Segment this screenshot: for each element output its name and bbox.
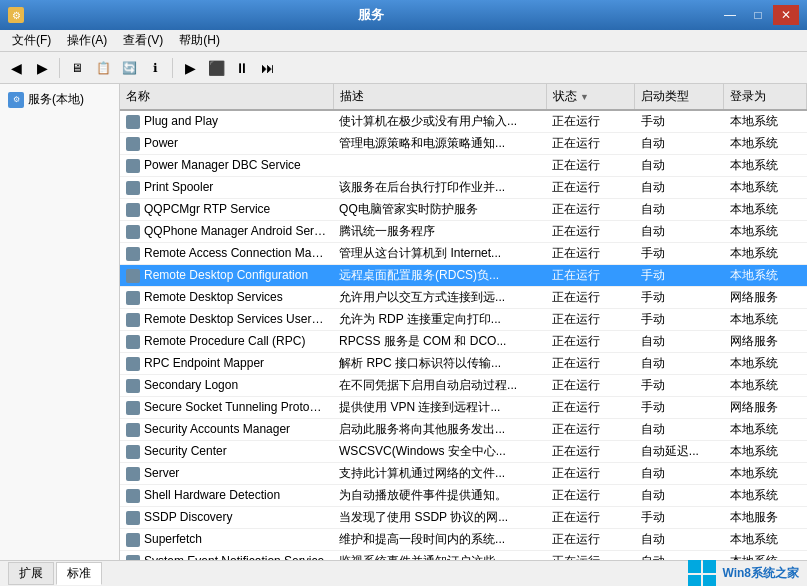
service-status-cell: 正在运行 <box>546 463 635 485</box>
service-status-cell: 正在运行 <box>546 353 635 375</box>
table-row[interactable]: Superfetch维护和提高一段时间内的系统...正在运行自动本地系统 <box>120 529 807 551</box>
table-row[interactable]: Security CenterWSCSVC(Windows 安全中心...正在运… <box>120 441 807 463</box>
maximize-button[interactable]: □ <box>745 5 771 25</box>
forward-button[interactable]: ▶ <box>30 56 54 80</box>
sidebar-item-services[interactable]: ⚙ 服务(本地) <box>4 88 115 111</box>
col-startup[interactable]: 启动类型 <box>635 84 724 110</box>
table-row[interactable]: Power管理电源策略和电源策略通知...正在运行自动本地系统 <box>120 133 807 155</box>
properties-button[interactable]: ℹ <box>143 56 167 80</box>
table-row[interactable]: Secondary Logon在不同凭据下启用自动启动过程...正在运行手动本地… <box>120 375 807 397</box>
service-status-cell: 正在运行 <box>546 287 635 309</box>
service-startup-cell: 手动 <box>635 397 724 419</box>
app-icon: ⚙ <box>8 7 24 23</box>
main-area: ⚙ 服务(本地) 名称 描述 状态 ▼ 启动类型 登录为 Plug and Pl… <box>0 84 807 560</box>
stop-button[interactable]: ⬛ <box>204 56 228 80</box>
service-startup-cell: 自动 <box>635 199 724 221</box>
table-row[interactable]: Security Accounts Manager启动此服务将向其他服务发出..… <box>120 419 807 441</box>
table-row[interactable]: Remote Procedure Call (RPC)RPCSS 服务是 COM… <box>120 331 807 353</box>
menu-file[interactable]: 文件(F) <box>4 30 59 51</box>
back-button[interactable]: ◀ <box>4 56 28 80</box>
table-row[interactable]: Secure Socket Tunneling Protocol S...提供使… <box>120 397 807 419</box>
service-name-cell: Power Manager DBC Service <box>120 155 333 177</box>
service-startup-cell: 自动 <box>635 463 724 485</box>
service-name-cell: QQPhone Manager Android Service <box>120 221 333 243</box>
table-row[interactable]: Remote Desktop Services UserMo...允许为 RDP… <box>120 309 807 331</box>
service-name-cell: Security Center <box>120 441 333 463</box>
table-row[interactable]: Power Manager DBC Service正在运行自动本地系统 <box>120 155 807 177</box>
computer-button[interactable]: 🖥 <box>65 56 89 80</box>
pause-button[interactable]: ⏸ <box>230 56 254 80</box>
table-row[interactable]: QQPCMgr RTP ServiceQQ电脑管家实时防护服务正在运行自动本地系… <box>120 199 807 221</box>
table-row[interactable]: Server支持此计算机通过网络的文件...正在运行自动本地系统 <box>120 463 807 485</box>
service-desc-cell: WSCSVC(Windows 安全中心... <box>333 441 546 463</box>
tab-expand[interactable]: 扩展 <box>8 562 54 585</box>
service-login-cell: 本地系统 <box>724 177 807 199</box>
menu-bar: 文件(F) 操作(A) 查看(V) 帮助(H) <box>0 30 807 52</box>
service-status-cell: 正在运行 <box>546 551 635 561</box>
service-login-cell: 本地系统 <box>724 419 807 441</box>
service-icon <box>126 467 140 481</box>
tab-standard[interactable]: 标准 <box>56 562 102 585</box>
refresh-button[interactable]: 🔄 <box>117 56 141 80</box>
service-name-cell: Remote Access Connection Manager <box>120 243 333 265</box>
service-name-cell: Remote Desktop Services UserMo... <box>120 309 333 331</box>
table-row[interactable]: RPC Endpoint Mapper解析 RPC 接口标识符以传输...正在运… <box>120 353 807 375</box>
menu-view[interactable]: 查看(V) <box>115 30 171 51</box>
menu-action[interactable]: 操作(A) <box>59 30 115 51</box>
close-button[interactable]: ✕ <box>773 5 799 25</box>
col-login[interactable]: 登录为 <box>724 84 807 110</box>
service-status-cell: 正在运行 <box>546 375 635 397</box>
service-name-cell: Secure Socket Tunneling Protocol S... <box>120 397 333 419</box>
services-table-area[interactable]: 名称 描述 状态 ▼ 启动类型 登录为 Plug and Play使计算机在极少… <box>120 84 807 560</box>
service-login-cell: 本地系统 <box>724 375 807 397</box>
table-row[interactable]: Remote Access Connection Manager管理从这台计算机… <box>120 243 807 265</box>
service-name-cell: RPC Endpoint Mapper <box>120 353 333 375</box>
col-desc[interactable]: 描述 <box>333 84 546 110</box>
service-name-cell: Secondary Logon <box>120 375 333 397</box>
service-name-cell: Power <box>120 133 333 155</box>
service-status-cell: 正在运行 <box>546 397 635 419</box>
service-login-cell: 网络服务 <box>724 397 807 419</box>
win8-tile-2 <box>703 560 716 573</box>
service-login-cell: 本地系统 <box>724 309 807 331</box>
table-row[interactable]: Shell Hardware Detection为自动播放硬件事件提供通知。正在… <box>120 485 807 507</box>
service-name-cell: Security Accounts Manager <box>120 419 333 441</box>
service-login-cell: 本地系统 <box>724 463 807 485</box>
win8-tile-3 <box>688 575 701 587</box>
service-name-cell: Superfetch <box>120 529 333 551</box>
table-row[interactable]: Remote Desktop Services允许用户以交互方式连接到远...正… <box>120 287 807 309</box>
table-row[interactable]: QQPhone Manager Android Service腾讯统一服务程序正… <box>120 221 807 243</box>
minimize-button[interactable]: — <box>717 5 743 25</box>
service-icon <box>126 445 140 459</box>
service-startup-cell: 手动 <box>635 375 724 397</box>
col-status[interactable]: 状态 ▼ <box>546 84 635 110</box>
service-name-cell: QQPCMgr RTP Service <box>120 199 333 221</box>
table-row[interactable]: Remote Desktop Configuration远程桌面配置服务(RDC… <box>120 265 807 287</box>
service-icon <box>126 533 140 547</box>
status-tabs: 扩展 标准 <box>8 562 102 585</box>
col-name[interactable]: 名称 <box>120 84 333 110</box>
service-status-cell: 正在运行 <box>546 199 635 221</box>
service-login-cell: 本地系统 <box>724 441 807 463</box>
restart-button[interactable]: ⏭ <box>256 56 280 80</box>
service-login-cell: 网络服务 <box>724 287 807 309</box>
service-name-cell: Remote Desktop Configuration <box>120 265 333 287</box>
table-row[interactable]: Print Spooler该服务在后台执行打印作业并...正在运行自动本地系统 <box>120 177 807 199</box>
service-startup-cell: 自动 <box>635 221 724 243</box>
table-row[interactable]: SSDP Discovery当发现了使用 SSDP 协议的网...正在运行手动本… <box>120 507 807 529</box>
service-desc-cell: 腾讯统一服务程序 <box>333 221 546 243</box>
clipboard-button[interactable]: 📋 <box>91 56 115 80</box>
table-row[interactable]: Plug and Play使计算机在极少或没有用户输入...正在运行手动本地系统 <box>120 110 807 133</box>
service-name-cell: Remote Procedure Call (RPC) <box>120 331 333 353</box>
sidebar: ⚙ 服务(本地) <box>0 84 120 560</box>
menu-help[interactable]: 帮助(H) <box>171 30 228 51</box>
play-button[interactable]: ▶ <box>178 56 202 80</box>
service-icon <box>126 379 140 393</box>
service-icon <box>126 225 140 239</box>
separator2 <box>172 58 173 78</box>
service-icon <box>126 159 140 173</box>
service-startup-cell: 手动 <box>635 110 724 133</box>
service-startup-cell: 自动 <box>635 133 724 155</box>
win8-text: Win8系统之家 <box>722 565 799 582</box>
service-icon <box>126 181 140 195</box>
